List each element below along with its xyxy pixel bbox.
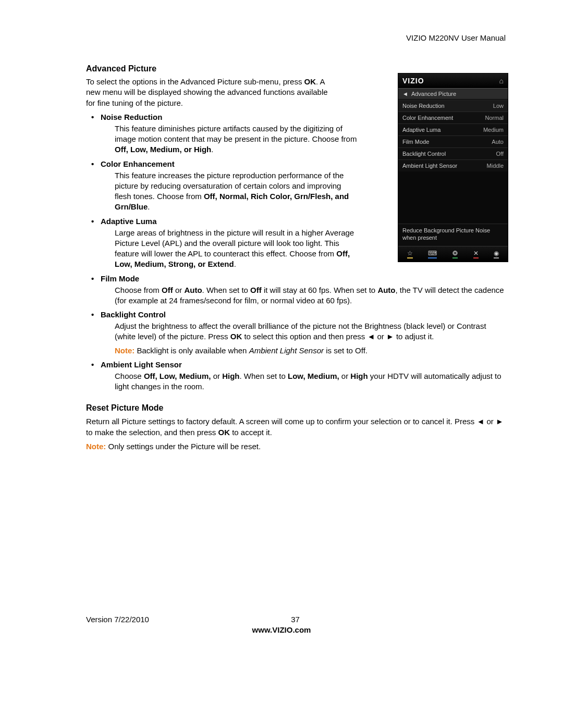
als-a: Choose (115, 372, 144, 380)
film-a: Choose from (115, 286, 162, 294)
footer-url: www.VIZIO.com (0, 625, 563, 634)
bl-b: to select this option and then press ◄ o… (242, 332, 434, 341)
osd-crumb-label: Advanced Picture (411, 91, 456, 97)
als-o4: High (350, 372, 368, 380)
feature-color-title: Color Enhancement (101, 159, 175, 168)
section-advanced-picture-intro: To select the options in the Advanced Pi… (86, 77, 331, 108)
close-icon: ✕ (473, 250, 479, 258)
osd-row-als: Ambient Light SensorMiddle (398, 159, 508, 171)
color-body-b: . (148, 202, 150, 211)
bullet-icon: • (86, 217, 101, 226)
bl-note-off: Off (355, 346, 365, 355)
osd-row-label: Adaptive Luma (402, 127, 440, 133)
footer-version: Version 7/22/2010 (86, 615, 291, 624)
film-d: it will stay at 60 fps. When set to (262, 286, 378, 294)
osd-row-value: Auto (492, 139, 504, 145)
osd-row-label: Color Enhancement (402, 115, 453, 121)
als-o1: Off, Low, Medium, (144, 372, 211, 380)
back-arrow-icon: ◄ (402, 91, 408, 97)
home-icon: ⌂ (499, 77, 504, 85)
osd-row-film: Film ModeAuto (398, 135, 508, 147)
osd-row-color: Color EnhancementNormal (398, 112, 508, 124)
bl-note-c: . (365, 346, 368, 355)
section-advanced-picture-heading: Advanced Picture (86, 64, 506, 73)
feature-als-title: Ambient Light Sensor (101, 360, 182, 369)
feature-noise-title: Noise Reduction (101, 113, 162, 121)
reset-b: to accept it. (230, 428, 272, 437)
osd-empty-area (398, 171, 508, 224)
feature-backlight-title: Backlight Control (101, 310, 166, 319)
feature-film-body: Choose from Off or Auto. When set to Off… (115, 285, 506, 306)
film-b: or (173, 286, 185, 294)
footer-page-number: 37 (291, 615, 300, 624)
bullet-icon: • (86, 113, 101, 121)
reset-note-text: Only settings under the Picture will be … (106, 442, 261, 451)
osd-row-value: Low (493, 103, 504, 109)
bullet-icon: • (86, 360, 101, 369)
bl-note-i: Ambient Light Sensor (249, 346, 324, 355)
noise-body-a: This feature diminishes picture artifact… (115, 124, 357, 143)
film-o2: Auto (184, 286, 202, 294)
luma-body-b: . (234, 260, 236, 268)
page-header: VIZIO M220NV User Manual (86, 33, 506, 42)
feature-color-body: This feature increases the picture repro… (115, 170, 360, 213)
bl-note-b: is set to (324, 346, 355, 355)
feature-backlight-note: Note: Backlight is only available when A… (115, 346, 506, 356)
osd-breadcrumb: ◄ Advanced Picture (398, 88, 508, 100)
osd-row-value: Normal (485, 115, 504, 121)
osd-logo: VIZIO (402, 77, 424, 85)
osd-row-value: Middle (487, 163, 504, 169)
osd-row-label: Film Mode (402, 139, 429, 145)
record-icon: ◉ (494, 250, 499, 258)
feature-als-body: Choose Off, Low, Medium, or High. When s… (115, 371, 506, 392)
osd-row-label: Ambient Light Sensor (402, 163, 457, 169)
osd-row-backlight: Backlight ControlOff (398, 147, 508, 159)
feature-backlight-body: Adjust the brightness to affect the over… (115, 321, 506, 342)
als-c: . When set to (240, 372, 288, 380)
osd-row-noise: Noise ReductionLow (398, 100, 508, 112)
als-b: or (211, 372, 222, 380)
reset-a: Return all Picture settings to factory d… (86, 417, 504, 437)
osd-help-text: Reduce Background Picture Noise when pre… (398, 224, 508, 246)
reset-note-lbl: Note: (86, 442, 106, 451)
star-icon: ☆ (407, 250, 413, 258)
film-o1: Off (162, 286, 173, 294)
osd-row-value: Off (496, 151, 504, 157)
noise-body-b: . (211, 145, 213, 154)
als-o2: High (222, 372, 239, 380)
keyboard-icon: ⌨ (428, 250, 437, 258)
bullet-icon: • (86, 310, 101, 319)
intro-ok: OK (304, 77, 316, 86)
film-c: . When set to (202, 286, 251, 294)
bullet-icon: • (86, 159, 101, 168)
bl-ok: OK (230, 332, 242, 341)
osd-menu-screenshot: VIZIO ⌂ ◄ Advanced Picture Noise Reducti… (398, 73, 508, 262)
luma-body-a: Large areas of brightness in the picture… (115, 228, 354, 258)
section-reset-body: Return all Picture settings to factory d… (86, 416, 506, 438)
film-o4: Auto (377, 286, 395, 294)
bl-note-lbl: Note: (115, 346, 134, 355)
feature-noise-body: This feature diminishes picture artifact… (115, 124, 360, 155)
page-footer: Version 7/22/2010 37 (86, 615, 505, 624)
als-o3: Low, Medium, (288, 372, 339, 380)
globe-icon: ❂ (452, 250, 458, 258)
osd-row-value: Medium (483, 127, 504, 133)
als-d: or (339, 372, 351, 380)
osd-bottom-bar: ☆ ⌨ ❂ ✕ ◉ (398, 246, 508, 262)
bl-note-a: Backlight is only available when (134, 346, 249, 355)
section-reset-heading: Reset Picture Mode (86, 403, 506, 413)
film-o3: Off (250, 286, 262, 294)
reset-ok: OK (218, 428, 230, 437)
osd-row-label: Noise Reduction (402, 103, 445, 109)
noise-opts: Off, Low, Medium, or High (115, 145, 211, 154)
section-reset-note: Note: Only settings under the Picture wi… (86, 441, 506, 452)
osd-row-luma: Adaptive LumaMedium (398, 124, 508, 135)
osd-row-label: Backlight Control (402, 151, 446, 157)
bullet-icon: • (86, 274, 101, 283)
feature-luma-body: Large areas of brightness in the picture… (115, 228, 360, 270)
intro-text-a: To select the options in the Advanced Pi… (86, 77, 304, 86)
feature-film-title: Film Mode (101, 274, 139, 283)
feature-luma-title: Adaptive Luma (101, 217, 157, 226)
